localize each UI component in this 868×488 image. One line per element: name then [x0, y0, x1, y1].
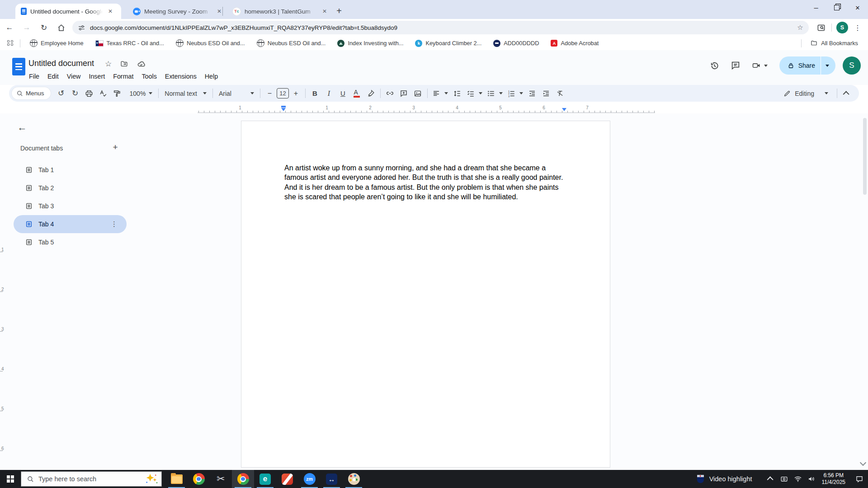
document-page[interactable]: An artist woke up from a sunny morning, … [241, 121, 610, 468]
browser-tab-docs[interactable]: Untitled document - Google Docs ✕ [15, 4, 121, 19]
italic-icon[interactable]: I [323, 87, 335, 99]
toolbar-search-menus[interactable]: Menus [12, 87, 51, 99]
docs-avatar[interactable]: S [843, 56, 861, 75]
wifi-icon[interactable] [791, 470, 805, 488]
bookmark-adobe-acrobat[interactable]: A Adobe Acrobat [551, 40, 599, 47]
document-text[interactable]: An artist woke up from a sunny morning, … [284, 163, 567, 202]
font-select[interactable]: Arial [215, 90, 258, 97]
document-tab-2[interactable]: Tab 2 [14, 179, 127, 197]
taskbar-file-explorer[interactable] [165, 470, 188, 488]
clear-formatting-icon[interactable] [554, 87, 566, 99]
reload-icon[interactable]: ↻ [36, 20, 52, 35]
menu-view[interactable]: View [63, 71, 85, 81]
browser-tab-talentgum[interactable]: Tc homework3 | TalentGum ✕ [227, 4, 334, 19]
taskbar-zoom[interactable]: zm [298, 470, 321, 488]
document-tab-3[interactable]: Tab 3 [14, 197, 127, 215]
font-size-field[interactable]: 12 [277, 88, 289, 99]
scrollbar-thumb[interactable] [863, 118, 867, 195]
redo-icon[interactable]: ↻ [69, 87, 81, 99]
taskbar-chrome-2-active[interactable] [232, 470, 254, 488]
bookmark-keyboard-climber[interactable]: k Keyboard Climber 2... [415, 40, 481, 47]
browser-tab-zoom[interactable]: Meeting Survey - Zoom ✕ [127, 4, 228, 19]
bold-icon[interactable]: B [309, 87, 321, 99]
zoom-select[interactable]: 100% [126, 90, 156, 97]
menu-tools[interactable]: Tools [137, 71, 160, 81]
text-color-icon[interactable]: A [351, 87, 363, 99]
bookmark-neubus-2[interactable]: Neubus ESD Oil and... [257, 39, 326, 47]
line-spacing-icon[interactable] [451, 87, 463, 99]
all-bookmarks-button[interactable]: All Bookmarks [810, 40, 858, 47]
share-button[interactable]: Share [779, 56, 835, 75]
undo-icon[interactable]: ↺ [55, 87, 67, 99]
add-comment-icon[interactable] [398, 87, 410, 99]
align-select[interactable] [430, 89, 450, 98]
taskbar-search-box[interactable]: Type here to search [21, 471, 162, 487]
move-to-folder-icon[interactable] [120, 60, 128, 68]
highlight-color-icon[interactable] [365, 87, 377, 99]
menu-insert[interactable]: Insert [85, 71, 109, 81]
tab-close-icon[interactable]: ✕ [321, 7, 329, 15]
menu-edit[interactable]: Edit [43, 71, 63, 81]
document-tab-1[interactable]: Tab 1 [14, 161, 127, 179]
taskbar-snipping-tool[interactable]: ✂ [210, 470, 232, 488]
tab-options-kebab-icon[interactable]: ⋮ [111, 220, 118, 228]
underline-icon[interactable]: U [337, 87, 349, 99]
star-document-icon[interactable]: ☆ [105, 59, 112, 69]
taskbar-teamviewer[interactable]: ↔ [321, 470, 343, 488]
apps-grid-icon[interactable] [7, 40, 14, 47]
comments-icon[interactable] [725, 55, 746, 76]
start-button[interactable] [0, 470, 21, 488]
new-tab-button[interactable]: + [333, 5, 345, 17]
bulleted-list-select[interactable] [485, 89, 505, 98]
increase-font-size-icon[interactable]: + [290, 87, 302, 99]
url-bar[interactable]: docs.google.com/document/d/1NLkIPPEalZLw… [72, 21, 809, 34]
site-info-icon[interactable] [78, 24, 85, 32]
taskbar-chrome-1[interactable] [188, 470, 210, 488]
paragraph-style-select[interactable]: Normal text [161, 90, 210, 97]
bookmark-employee-home[interactable]: Employee Home [30, 39, 84, 47]
bookmark-neubus-1[interactable]: Neubus ESD Oil and... [176, 39, 245, 47]
right-indent-marker[interactable] [562, 108, 566, 111]
increase-indent-icon[interactable] [540, 87, 552, 99]
decrease-indent-icon[interactable] [526, 87, 538, 99]
mode-select-editing[interactable]: Editing [777, 87, 835, 100]
bookmark-star-icon[interactable]: ☆ [794, 22, 806, 33]
decrease-font-size-icon[interactable]: − [264, 87, 276, 99]
menu-file[interactable]: File [25, 71, 43, 81]
back-icon[interactable]: ← [2, 20, 17, 35]
first-line-indent-marker[interactable] [281, 106, 286, 108]
bookmark-add00dddd[interactable]: ADD00DDDD [493, 40, 539, 47]
taskbar-ccleaner[interactable] [276, 470, 298, 488]
spelling-check-icon[interactable] [97, 87, 109, 99]
checklist-select[interactable] [464, 89, 485, 98]
window-close-button[interactable]: ✕ [847, 0, 868, 15]
browser-avatar[interactable]: S [836, 22, 848, 33]
add-document-tab-button[interactable]: + [108, 141, 122, 154]
bookmark-texas-rrc[interactable]: Texas RRC - Oil and... [95, 40, 164, 47]
video-call-button[interactable] [746, 55, 773, 76]
home-icon[interactable] [53, 20, 69, 35]
collapse-toolbar-icon[interactable] [840, 87, 853, 99]
numbered-list-select[interactable]: 123 [505, 89, 525, 98]
insert-link-icon[interactable] [384, 87, 396, 99]
taskbar-clock[interactable]: 6:56 PM 11/4/2025 [822, 472, 846, 486]
version-history-icon[interactable] [704, 55, 725, 76]
browser-menu-kebab-icon[interactable]: ⋮ [850, 20, 865, 35]
window-restore-button[interactable] [826, 0, 847, 15]
nfl-tray-icon[interactable] [697, 475, 704, 483]
left-indent-marker[interactable] [281, 108, 286, 111]
print-icon[interactable] [83, 87, 95, 99]
menu-help[interactable]: Help [201, 71, 222, 81]
document-tab-4-active[interactable]: Tab 4 ⋮ [14, 215, 127, 233]
menu-format[interactable]: Format [109, 71, 137, 81]
taskbar-paint[interactable] [343, 470, 365, 488]
share-caret-icon[interactable] [821, 65, 835, 67]
action-center-icon[interactable] [851, 470, 868, 488]
paint-format-icon[interactable] [111, 87, 123, 99]
document-tab-5[interactable]: Tab 5 [14, 233, 127, 251]
window-minimize-button[interactable]: ─ [806, 0, 826, 15]
forward-icon[interactable]: → [19, 20, 34, 35]
document-title[interactable]: Untitled document [28, 59, 94, 68]
menu-extensions[interactable]: Extensions [161, 71, 201, 81]
tray-expand-chevron-icon[interactable] [764, 470, 778, 488]
